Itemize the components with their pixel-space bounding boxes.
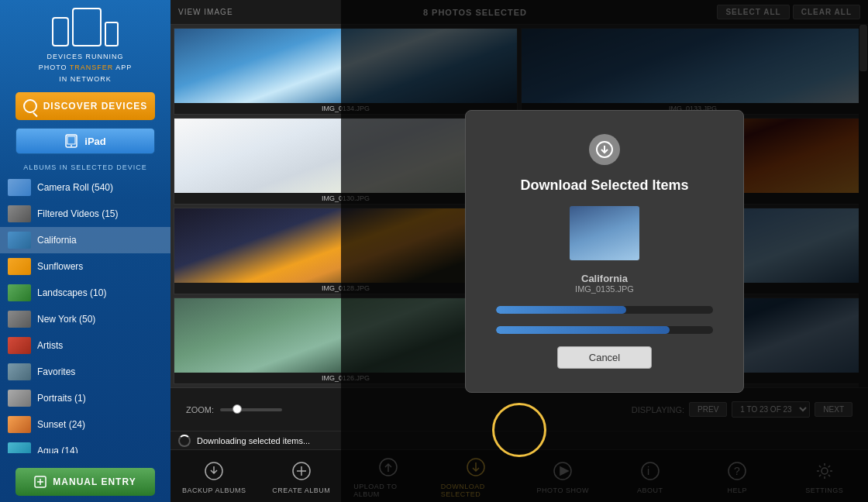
album-item-newyork[interactable]: New York (50) — [0, 306, 170, 332]
svg-rect-1 — [67, 136, 75, 144]
album-name: Landscapes (10) — [37, 287, 106, 298]
view-image-label: VIEW IMAGE — [178, 8, 233, 16]
album-item-filtered[interactable]: Filtered Videos (15) — [0, 201, 170, 227]
status-text: Downloading selected items... — [197, 436, 310, 445]
download-modal: Download Selected Items California IMG_0… — [465, 110, 744, 393]
album-name: Camera Roll (540) — [37, 182, 113, 193]
app-word: APP — [115, 64, 132, 71]
zoom-label: ZOOM: — [186, 405, 214, 414]
app-line1: DEVICES RUNNING — [39, 51, 133, 62]
device-icons — [52, 8, 119, 46]
album-thumb — [8, 416, 31, 433]
album-thumb — [8, 337, 31, 354]
album-thumb — [8, 179, 31, 196]
sidebar: DEVICES RUNNING PHOTO TRANSFER APP IN NE… — [0, 0, 170, 502]
ipad-icon — [64, 134, 78, 148]
progress-bar-fill — [496, 306, 626, 314]
album-item-artists[interactable]: Artists — [0, 332, 170, 359]
album-name: Favorites — [37, 366, 75, 377]
album-name: California — [37, 235, 77, 246]
album-name: New York (50) — [37, 314, 95, 325]
discover-label: DISCOVER DEVICES — [43, 101, 148, 112]
app-logo: DEVICES RUNNING PHOTO TRANSFER APP IN NE… — [39, 8, 133, 84]
album-list: Camera Roll (540) Filtered Videos (15) C… — [0, 174, 170, 453]
modal-cancel-button[interactable]: Cancel — [557, 346, 652, 369]
photo-word: PHOTO — [39, 64, 67, 71]
main-area: VIEW IMAGE 8 PHOTOS SELECTED SELECT ALL … — [170, 0, 868, 502]
album-item-landscapes[interactable]: Landscapes (10) — [0, 280, 170, 306]
album-item-sunflowers[interactable]: Sunflowers — [0, 253, 170, 280]
phone-icon — [52, 17, 69, 46]
modal-overlay: Download Selected Items California IMG_0… — [341, 0, 868, 502]
album-thumb — [8, 258, 31, 275]
ipad-label: iPad — [84, 136, 105, 147]
album-item-aqua[interactable]: Aqua (14) — [0, 438, 170, 453]
backup-icon — [202, 459, 226, 483]
album-name: Filtered Videos (15) — [37, 208, 119, 219]
modal-filename: IMG_0135.JPG — [575, 284, 634, 294]
modal-album-name: California — [575, 273, 634, 284]
album-item-sunset[interactable]: Sunset (24) — [0, 411, 170, 438]
modal-download-icon — [589, 134, 620, 165]
manual-entry-button[interactable]: MANUAL ENTRY — [16, 468, 155, 496]
album-thumb — [8, 232, 31, 249]
app-name-line2: PHOTO TRANSFER APP — [39, 62, 133, 73]
album-thumb — [8, 390, 31, 407]
modal-thumbnail — [570, 206, 639, 260]
transfer-word: TRANSFER — [70, 64, 114, 71]
pencil-icon — [34, 476, 46, 488]
create-album-icon — [289, 459, 314, 483]
download-arrow-icon — [595, 140, 614, 159]
album-name: Portraits (1) — [37, 393, 86, 404]
album-name: Sunflowers — [37, 261, 83, 272]
album-thumb — [8, 311, 31, 328]
albums-title: ALBUMS IN SELECTED DEVICE — [0, 160, 170, 174]
album-thumb — [8, 284, 31, 301]
discover-devices-button[interactable]: DISCOVER DEVICES — [16, 92, 155, 120]
network-line: IN NETWORK — [39, 74, 133, 84]
zoom-slider[interactable] — [220, 408, 282, 411]
zoom-section: ZOOM: — [186, 405, 282, 414]
loading-spinner — [178, 435, 191, 447]
album-item-california[interactable]: California — [0, 227, 170, 253]
zoom-slider-thumb[interactable] — [232, 404, 242, 414]
album-item-camera-roll[interactable]: Camera Roll (540) — [0, 174, 170, 201]
progress-bar-fill2 — [496, 326, 670, 334]
phone-small-icon — [105, 22, 119, 46]
albums-section: ALBUMS IN SELECTED DEVICE Camera Roll (5… — [0, 160, 170, 462]
album-name: Aqua (14) — [37, 445, 78, 453]
album-thumb — [8, 363, 31, 380]
tablet-icon — [72, 8, 102, 46]
progress-bar-secondary — [496, 326, 713, 334]
ipad-button[interactable]: iPad — [16, 128, 155, 154]
modal-title: Download Selected Items — [520, 177, 688, 194]
album-thumb — [8, 442, 31, 453]
album-name: Artists — [37, 340, 63, 351]
backup-label: BACKUP ALBUMS — [182, 487, 246, 494]
svg-point-2 — [71, 145, 72, 146]
progress-bar-primary — [496, 306, 713, 314]
toolbar-item-create[interactable]: CREATE ALBUM — [267, 459, 336, 494]
manual-entry-label: MANUAL ENTRY — [53, 476, 136, 487]
album-item-portraits[interactable]: Portraits (1) — [0, 385, 170, 411]
album-item-favorites[interactable]: Favorites — [0, 359, 170, 385]
toolbar-item-backup[interactable]: BACKUP ALBUMS — [179, 459, 249, 494]
create-album-label: CREATE ALBUM — [272, 487, 330, 494]
album-thumb — [8, 205, 31, 222]
search-icon — [23, 99, 37, 113]
album-name: Sunset (24) — [37, 419, 85, 430]
